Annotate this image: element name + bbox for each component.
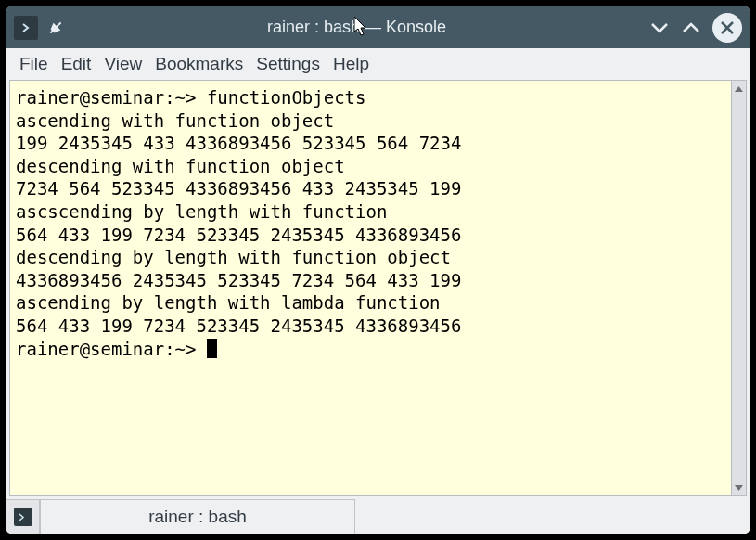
konsole-window: rainer : bash — Konsole File Edit View B…: [6, 6, 750, 534]
terminal[interactable]: rainer@seminar:~> functionObjectsascendi…: [9, 80, 731, 496]
scroll-down-icon[interactable]: [732, 480, 746, 495]
terminal-container: rainer@seminar:~> functionObjectsascendi…: [6, 80, 750, 499]
titlebar-controls: [649, 13, 742, 43]
minimize-button[interactable]: [649, 18, 670, 38]
scroll-up-icon[interactable]: [732, 81, 746, 96]
tabbar: rainer : bash: [6, 499, 750, 534]
terminal-line: 199 2435345 433 4336893456 523345 564 72…: [16, 132, 725, 155]
maximize-button[interactable]: [681, 18, 701, 38]
terminal-line: descending by length with function objec…: [16, 246, 725, 269]
terminal-line: ascending by length with lambda function: [16, 291, 725, 315]
terminal-line: 7234 564 523345 4336893456 433 2435345 1…: [16, 177, 725, 200]
terminal-line: 564 433 199 7234 523345 2435345 43368934…: [16, 224, 725, 247]
terminal-icon: [14, 508, 32, 526]
titlebar[interactable]: rainer : bash — Konsole: [6, 6, 750, 48]
mouse-cursor-icon: [354, 17, 369, 37]
terminal-line: 564 433 199 7234 523345 2435345 43368934…: [16, 315, 725, 338]
tab-rainer-bash[interactable]: rainer : bash: [40, 499, 355, 534]
menu-edit[interactable]: Edit: [61, 54, 92, 74]
close-button[interactable]: [712, 13, 742, 43]
terminal-line: ascscending by length with function: [16, 200, 725, 224]
terminal-line: 4336893456 2435345 523345 7234 564 433 1…: [16, 269, 725, 292]
menu-settings[interactable]: Settings: [256, 54, 320, 74]
app-menu-icon[interactable]: [14, 16, 38, 40]
scrollbar[interactable]: [731, 80, 747, 496]
tab-label: rainer : bash: [148, 507, 247, 527]
menubar: File Edit View Bookmarks Settings Help: [6, 48, 750, 80]
menu-help[interactable]: Help: [333, 54, 369, 74]
pin-icon[interactable]: [44, 16, 67, 39]
titlebar-left: [14, 16, 64, 40]
prompt: rainer@seminar:~>: [16, 339, 207, 359]
menu-bookmarks[interactable]: Bookmarks: [155, 54, 243, 74]
terminal-line: descending with function object: [16, 155, 725, 178]
prompt: rainer@seminar:~>: [16, 87, 207, 108]
command: functionObjects: [207, 87, 366, 108]
window-title: rainer : bash — Konsole: [71, 18, 642, 37]
terminal-cursor: [207, 339, 217, 358]
new-tab-button[interactable]: [6, 499, 40, 534]
menu-file[interactable]: File: [19, 54, 48, 74]
menu-view[interactable]: View: [104, 54, 142, 74]
terminal-line: ascending with function object: [16, 109, 725, 133]
